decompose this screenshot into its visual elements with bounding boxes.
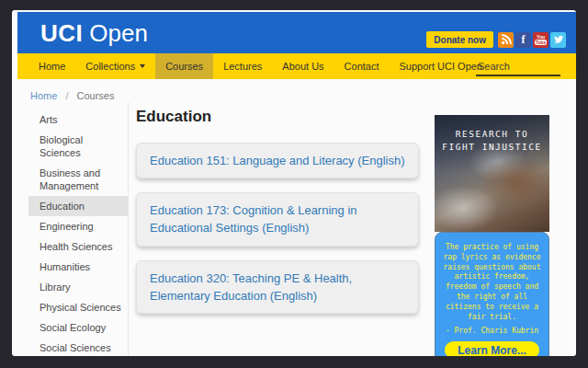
main-content: Education Education 151: Language and Li… — [136, 108, 419, 328]
course-link[interactable]: Education 320: Teaching PE & Health, Ele… — [150, 271, 352, 303]
site-logo[interactable]: UCIOpen — [40, 21, 148, 45]
logo-uci-text: UCI — [40, 19, 83, 47]
nav-item-about-us[interactable]: About Us — [272, 53, 334, 79]
course-link[interactable]: Education 151: Language and Literacy (En… — [150, 154, 405, 167]
promo-banner: RESEARCH TO FIGHT INJUSTICE The practice… — [435, 115, 549, 356]
sidebar-item-humanities[interactable]: Humanities — [28, 257, 128, 277]
header-actions: Donate now f You Tube — [426, 31, 566, 48]
promo-quote-box: The practice of using rap lyrics as evid… — [435, 232, 549, 356]
sidebar-item-biological-sciences[interactable]: Biological Sciences — [28, 130, 128, 163]
nav-item-lectures[interactable]: Lectures — [213, 53, 272, 79]
chevron-down-icon — [140, 64, 145, 68]
rss-icon[interactable] — [498, 32, 514, 48]
breadcrumb: Home / Courses — [12, 79, 576, 101]
course-card-education-320[interactable]: Education 320: Teaching PE & Health, Ele… — [136, 260, 419, 314]
learn-more-button[interactable]: Learn More... — [445, 341, 539, 356]
site-header: UCIOpen Donate now f You Tube — [17, 12, 576, 53]
sidebar-item-health-sciences[interactable]: Health Sciences — [28, 236, 128, 257]
sidebar-item-business-and-management[interactable]: Business and Management — [28, 163, 128, 196]
sidebar-item-arts[interactable]: Arts — [28, 109, 128, 130]
breadcrumb-current: Courses — [77, 90, 115, 101]
sidebar-item-social-ecology[interactable]: Social Ecology — [28, 317, 128, 338]
sidebar-item-engineering[interactable]: Engineering — [28, 216, 128, 236]
promo-attribution: - Prof. Charis Kubrin — [440, 327, 544, 337]
youtube-icon[interactable]: You Tube — [533, 32, 548, 48]
course-card-education-151[interactable]: Education 151: Language and Literacy (En… — [136, 143, 419, 178]
nav-item-home[interactable]: Home — [28, 53, 75, 79]
category-sidebar: Arts Biological Sciences Business and Ma… — [28, 102, 129, 356]
sidebar-item-library[interactable]: Library — [28, 277, 128, 297]
promo-quote: The practice of using rap lyrics as evid… — [440, 243, 544, 322]
breadcrumb-home-link[interactable]: Home — [30, 90, 57, 101]
facebook-icon[interactable]: f — [515, 32, 531, 48]
sidebar-item-physical-sciences[interactable]: Physical Sciences — [28, 297, 128, 317]
course-link[interactable]: Education 173: Cognition & Learning in E… — [150, 203, 357, 235]
promo-headline: RESEARCH TO FIGHT INJUSTICE — [435, 128, 549, 154]
course-card-education-173[interactable]: Education 173: Cognition & Learning in E… — [136, 192, 419, 246]
browser-page: UCIOpen Donate now f You Tube — [12, 10, 576, 356]
nav-item-courses[interactable]: Courses — [155, 53, 213, 79]
nav-item-contact[interactable]: Contact — [334, 53, 390, 79]
logo-open-text: Open — [89, 19, 148, 47]
sidebar-item-social-sciences[interactable]: Social Sciences — [28, 338, 128, 356]
breadcrumb-separator: / — [65, 90, 68, 101]
page-title: Education — [136, 108, 419, 126]
twitter-icon[interactable] — [550, 32, 566, 48]
search-input[interactable] — [476, 58, 560, 76]
nav-item-collections[interactable]: Collections — [75, 53, 155, 79]
main-nav: Home Collections Courses Lectures About … — [17, 53, 576, 79]
sidebar-item-education[interactable]: Education — [28, 196, 128, 216]
promo-photo: RESEARCH TO FIGHT INJUSTICE — [435, 115, 549, 232]
donate-now-button[interactable]: Donate now — [426, 31, 493, 48]
